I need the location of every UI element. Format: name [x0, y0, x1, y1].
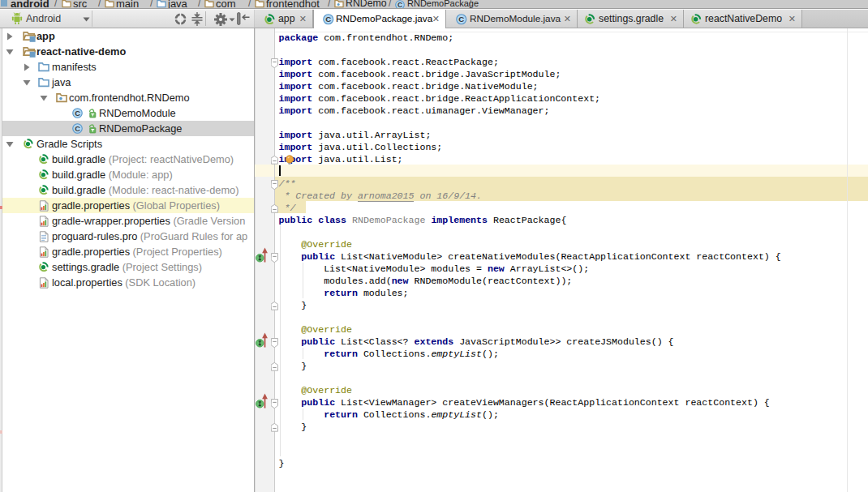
svg-text:C: C — [458, 15, 464, 24]
svg-text:C: C — [397, 1, 402, 8]
svg-text:C: C — [75, 109, 80, 118]
svg-text:C: C — [75, 125, 80, 133]
svg-text:C: C — [325, 15, 331, 24]
